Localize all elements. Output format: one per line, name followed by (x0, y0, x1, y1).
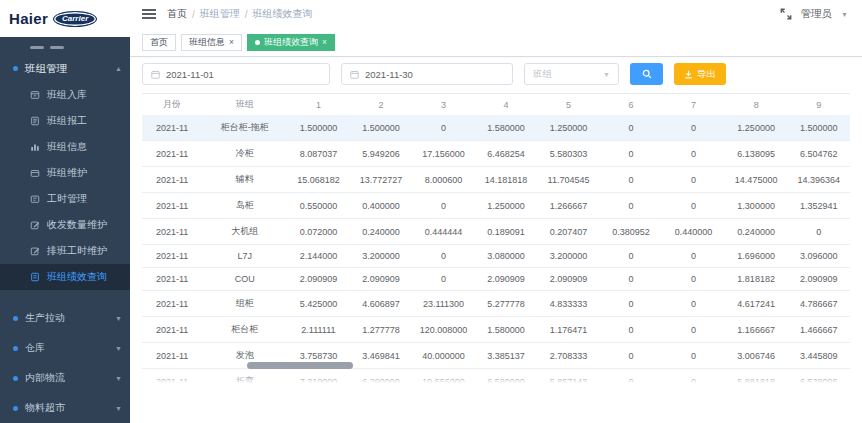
date-to-input[interactable]: 2021-11-30 (341, 63, 513, 85)
calendar-icon (350, 70, 359, 79)
sidebar: Haier Carrier 班组管理 ▲ 班组入库班组报工班组信息班组维护工时管… (0, 0, 130, 423)
value-cell: 2.708333 (537, 343, 600, 369)
team-cell: 柜台柜-拖柜 (202, 115, 287, 141)
value-cell: 6.504762 (787, 141, 850, 167)
sidebar-item-label: 班组报工 (47, 114, 87, 128)
sidebar-item-1[interactable]: 班组报工 (0, 108, 130, 134)
sidebar-item-label: 班组信息 (47, 140, 87, 154)
value-cell: 2.090909 (537, 268, 600, 291)
fullscreen-icon[interactable] (780, 8, 792, 20)
table-row[interactable]: 2021-11组柜5.4250004.60689723.1113005.2777… (142, 291, 850, 317)
value-cell: 5.857143 (537, 369, 600, 386)
sidebar-group-label: 物料超市 (25, 401, 65, 415)
sidebar-group-label: 仓库 (25, 341, 45, 355)
team-select-placeholder: 班组 (533, 68, 552, 81)
doc-icon (29, 272, 40, 283)
value-cell: 17.156000 (412, 141, 475, 167)
value-cell: 0.550000 (287, 193, 350, 219)
haier-logo: Haier (9, 10, 48, 27)
sidebar-group-2[interactable]: 内部物流▼ (0, 363, 130, 393)
value-cell: 8.087037 (287, 141, 350, 167)
sidebar-item-team-management[interactable]: 班组管理 ▲ (0, 55, 130, 82)
table-row[interactable]: 2021-11柜台柜-拖柜1.5000001.50000001.5800001.… (142, 115, 850, 141)
sidebar-group-0[interactable]: 生产拉动▼ (0, 303, 130, 333)
chevron-down-icon[interactable]: ▼ (841, 11, 848, 18)
team-cell: 岛柜 (202, 193, 287, 219)
chevron-down-icon: ▼ (115, 375, 122, 382)
value-cell: 5.949206 (350, 141, 413, 167)
value-cell: 1.500000 (350, 115, 413, 141)
sidebar-item-5[interactable]: 收发数量维护 (0, 212, 130, 238)
sidebar-item-label: 工时管理 (47, 192, 87, 206)
table-row[interactable]: 2021-11折弯7.3100006.29000019.5560006.5800… (142, 369, 850, 386)
value-cell: 5.277778 (475, 291, 538, 317)
value-cell: 1.250000 (725, 115, 788, 141)
sidebar-group-1[interactable]: 仓库▼ (0, 333, 130, 363)
value-cell: 2.090909 (287, 268, 350, 291)
hamburger-icon[interactable] (142, 13, 156, 15)
tab-label: 班组绩效查询 (264, 36, 318, 49)
tab-active-item[interactable]: 班组绩效查询× (247, 34, 335, 51)
menu-dot-icon (13, 66, 18, 71)
table-row[interactable]: 2021-11COU2.0909092.09090902.0909092.090… (142, 268, 850, 291)
clock-icon (29, 194, 40, 205)
month-cell: 2021-11 (142, 193, 202, 219)
menu-dot-icon (13, 346, 18, 351)
topbar: 首页/班组管理/班组绩效查询 管理员 ▼ (130, 0, 862, 28)
breadcrumb-item[interactable]: 首页 (167, 7, 187, 21)
menu-dot-icon (13, 376, 18, 381)
month-cell: 2021-11 (142, 317, 202, 343)
date-to-value: 2021-11-30 (365, 69, 413, 80)
value-cell: 4.617241 (725, 291, 788, 317)
table-row[interactable]: 2021-11辅料15.06818213.7727278.00060014.18… (142, 167, 850, 193)
sidebar-groups: 生产拉动▼仓库▼内部物流▼物料超市▼ (0, 303, 130, 423)
close-tab-icon[interactable]: × (322, 38, 327, 47)
value-cell: 14.475000 (725, 167, 788, 193)
sidebar-item-label: 排班工时维护 (47, 244, 107, 258)
horizontal-scrollbar-thumb[interactable] (247, 362, 353, 369)
sidebar-item-6[interactable]: 排班工时维护 (0, 238, 130, 264)
sidebar-item-4[interactable]: 工时管理 (0, 186, 130, 212)
menu-dot-icon (13, 406, 18, 411)
value-cell: 0 (662, 193, 725, 219)
table-row[interactable]: 2021-11L7J2.1440003.20000003.0800003.200… (142, 245, 850, 268)
value-cell: 40.000000 (412, 343, 475, 369)
filter-row: 2021-11-01 2021-11-30 班组 ▼ (142, 63, 850, 85)
close-tab-icon[interactable]: × (229, 38, 234, 47)
value-cell: 3.385137 (475, 343, 538, 369)
value-cell: 0.440000 (662, 219, 725, 245)
breadcrumb-item[interactable]: 班组管理 (200, 7, 240, 21)
sidebar-item-0[interactable]: 班组入库 (0, 82, 130, 108)
tab-home[interactable]: 首页 (142, 34, 176, 51)
sidebar-item-active[interactable]: 班组绩效查询 (0, 264, 130, 290)
value-cell: 7.310000 (287, 369, 350, 386)
value-cell: 6.468254 (475, 141, 538, 167)
sidebar-item-label: 班组维护 (47, 166, 87, 180)
user-name[interactable]: 管理员 (801, 7, 833, 21)
team-select[interactable]: 班组 ▼ (524, 63, 619, 85)
tab-item[interactable]: 班组信息× (181, 34, 242, 51)
table-row[interactable]: 2021-11岛柜0.5500000.40000001.2500001.2666… (142, 193, 850, 219)
date-from-input[interactable]: 2021-11-01 (142, 63, 330, 85)
table-row[interactable]: 2021-11冷柜8.0870375.94920617.1560006.4682… (142, 141, 850, 167)
value-cell: 0 (662, 268, 725, 291)
value-cell: 4.833333 (537, 291, 600, 317)
value-cell: 0.400000 (350, 193, 413, 219)
sidebar-item-label: 班组入库 (47, 88, 87, 102)
value-cell: 5.881818 (725, 369, 788, 386)
export-button[interactable]: 导出 (674, 63, 726, 85)
month-cell: 2021-11 (142, 291, 202, 317)
table-row[interactable]: 2021-11大机组0.0720000.2400000.4444440.1890… (142, 219, 850, 245)
value-cell: 0 (600, 291, 663, 317)
value-cell: 0 (600, 317, 663, 343)
breadcrumb-separator: / (245, 9, 248, 20)
table-row[interactable]: 2021-11柜台柜2.1111111.277778120.0080001.58… (142, 317, 850, 343)
sidebar-item-2[interactable]: 班组信息 (0, 134, 130, 160)
sidebar-group-3[interactable]: 物料超市▼ (0, 393, 130, 423)
collapsed-menu-stub (0, 37, 130, 55)
search-button[interactable] (630, 63, 663, 85)
sidebar-submenu: 班组入库班组报工班组信息班组维护工时管理收发数量维护排班工时维护班组绩效查询 (0, 82, 130, 290)
sidebar-group-label: 内部物流 (25, 371, 65, 385)
sidebar-item-3[interactable]: 班组维护 (0, 160, 130, 186)
value-cell: 0 (787, 219, 850, 245)
